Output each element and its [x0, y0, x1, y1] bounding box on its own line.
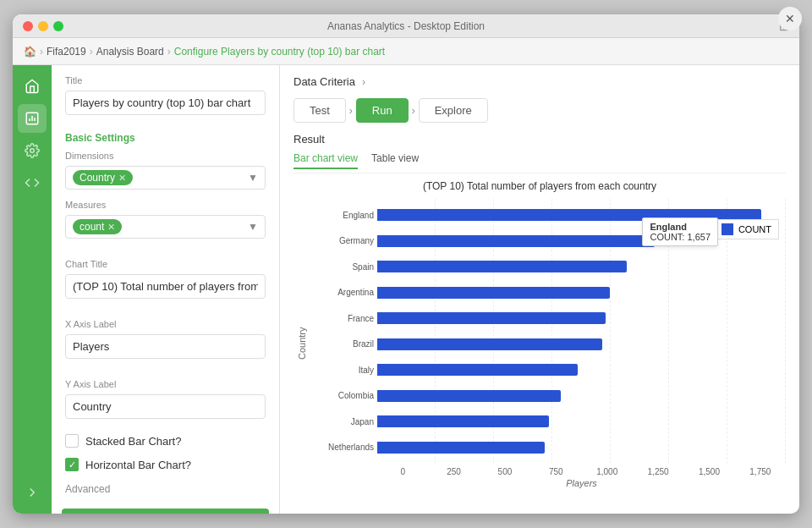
breadcrumb: 🏠 › Fifa2019 › Analysis Board › Configur… — [13, 38, 799, 65]
x-axis-section: X Axis Label — [52, 309, 279, 369]
bar-label: England — [310, 211, 374, 220]
sidebar-icon-code[interactable] — [18, 168, 47, 197]
sidebar-icons — [13, 65, 52, 514]
x-tick: 0 — [377, 467, 428, 476]
bar-track — [377, 390, 786, 402]
test-run-arrow: › — [349, 105, 353, 117]
basic-settings-header: Basic Settings — [52, 125, 279, 151]
sidebar-icon-expand[interactable] — [18, 478, 47, 507]
y-axis-label: Country — [294, 199, 310, 488]
y-axis-label-label: Y Axis Label — [65, 379, 266, 389]
legend-color-box — [721, 223, 733, 235]
x-tick: 500 — [480, 467, 530, 476]
left-panel-footer: Advanced Update — [52, 476, 279, 514]
x-tick: 1,000 — [582, 467, 633, 476]
app-window: Ananas Analytics - Desktop Edition ⊞ 🏠 ›… — [13, 14, 799, 514]
dimensions-label: Dimensions — [65, 151, 266, 161]
data-criteria-label: Data Criteria — [294, 75, 355, 88]
x-tick: 1,750 — [735, 467, 786, 476]
legend-label: COUNT — [738, 224, 771, 234]
sidebar-icon-settings[interactable] — [18, 136, 47, 165]
traffic-lights — [23, 21, 63, 31]
bar-label: Italy — [310, 366, 374, 375]
horizontal-bar-checkbox[interactable]: ✓ — [65, 458, 79, 471]
y-axis-input[interactable] — [65, 394, 266, 419]
chart-tooltip: England COUNT: 1,657 — [642, 217, 718, 246]
country-tag-remove[interactable]: ✕ — [118, 173, 126, 184]
breadcrumb-current: Configure Players by country (top 10) ba… — [174, 46, 385, 58]
explore-button[interactable]: Explore — [419, 98, 488, 123]
bar-fill[interactable] — [377, 287, 610, 299]
run-button[interactable]: Run — [356, 98, 409, 123]
horizontal-bar-row: ✓ Horizontal Bar Chart? — [52, 453, 279, 476]
run-explore-arrow: › — [412, 105, 415, 117]
chart-title-label: Chart Title — [65, 259, 266, 269]
bar-label: Argentina — [310, 288, 374, 297]
bar-fill[interactable] — [377, 338, 602, 350]
minimize-traffic-light[interactable] — [38, 21, 48, 31]
maximize-traffic-light[interactable] — [53, 21, 63, 31]
tab-bar-chart[interactable]: Bar chart view — [294, 152, 358, 169]
bar-fill[interactable] — [377, 312, 606, 324]
x-axis: 02505007501,0001,2501,5001,750 — [310, 467, 786, 476]
data-criteria-arrow: › — [362, 76, 365, 88]
count-tag-remove[interactable]: ✕ — [107, 222, 115, 233]
tooltip-title: England — [650, 222, 710, 232]
bar-fill[interactable] — [377, 415, 549, 427]
sidebar-icon-home[interactable] — [18, 72, 47, 101]
sidebar-icon-chart[interactable] — [18, 104, 47, 133]
update-button[interactable]: Update — [62, 509, 269, 514]
title-section: Title — [52, 65, 279, 125]
bar-track — [377, 338, 786, 350]
measures-dropdown-arrow: ▼ — [248, 221, 258, 233]
breadcrumb-fifa[interactable]: Fifa2019 — [47, 46, 86, 58]
test-button[interactable]: Test — [294, 98, 346, 123]
bar-track — [377, 312, 786, 324]
view-tabs: Bar chart view Table view — [294, 152, 786, 173]
horizontal-bar-label: Horizontal Bar Chart? — [85, 459, 191, 471]
chart-title-section: Chart Title — [52, 249, 279, 309]
count-tag[interactable]: count ✕ — [73, 219, 122, 234]
stacked-bar-checkbox[interactable] — [65, 434, 79, 448]
bar-fill[interactable] — [377, 235, 655, 247]
country-tag[interactable]: Country ✕ — [73, 170, 133, 185]
x-axis-input[interactable] — [65, 334, 266, 359]
bar-fill[interactable] — [377, 261, 627, 272]
bar-row: Italy — [310, 361, 786, 378]
bar-track — [377, 261, 786, 272]
close-traffic-light[interactable] — [23, 21, 33, 31]
bar-label: Spain — [310, 262, 374, 272]
bar-fill[interactable] — [377, 442, 545, 454]
dimensions-dropdown-arrow: ▼ — [248, 172, 258, 184]
bar-label: Netherlands — [310, 443, 374, 452]
stacked-bar-label: Stacked Bar Chart? — [85, 435, 181, 448]
measures-section: Measures count ✕ ▼ — [52, 200, 279, 249]
bar-row: Argentina — [310, 284, 786, 301]
bar-fill[interactable] — [377, 390, 561, 402]
bar-track — [377, 287, 786, 299]
bar-row: Spain — [310, 258, 786, 275]
chart-legend: COUNT — [714, 219, 779, 239]
x-tick: 1,250 — [633, 467, 683, 476]
x-axis-label: Players — [310, 476, 786, 488]
bar-fill[interactable] — [377, 364, 578, 376]
tab-table[interactable]: Table view — [371, 152, 419, 169]
result-label: Result — [294, 133, 786, 146]
y-axis-section: Y Axis Label — [52, 369, 279, 429]
dimensions-dropdown[interactable]: Country ✕ ▼ — [65, 166, 266, 190]
breadcrumb-analysis[interactable]: Analysis Board — [96, 46, 164, 58]
x-tick: 750 — [530, 467, 581, 476]
x-tick: 1,500 — [683, 467, 734, 476]
chart-title-input[interactable] — [65, 274, 266, 299]
main-content: Title Basic Settings Dimensions Country … — [13, 65, 799, 514]
bar-row: France — [310, 310, 786, 327]
home-icon[interactable]: 🏠 — [23, 45, 36, 58]
measures-dropdown[interactable]: count ✕ ▼ — [65, 215, 266, 239]
tooltip-value: COUNT: 1,657 — [650, 232, 710, 242]
workflow-buttons: Test › Run › Explore — [294, 98, 786, 123]
svg-point-4 — [30, 149, 35, 153]
title-input[interactable] — [65, 91, 266, 115]
stacked-bar-row: Stacked Bar Chart? — [52, 429, 279, 453]
x-axis-label-label: X Axis Label — [65, 319, 266, 329]
bar-track — [377, 364, 786, 376]
